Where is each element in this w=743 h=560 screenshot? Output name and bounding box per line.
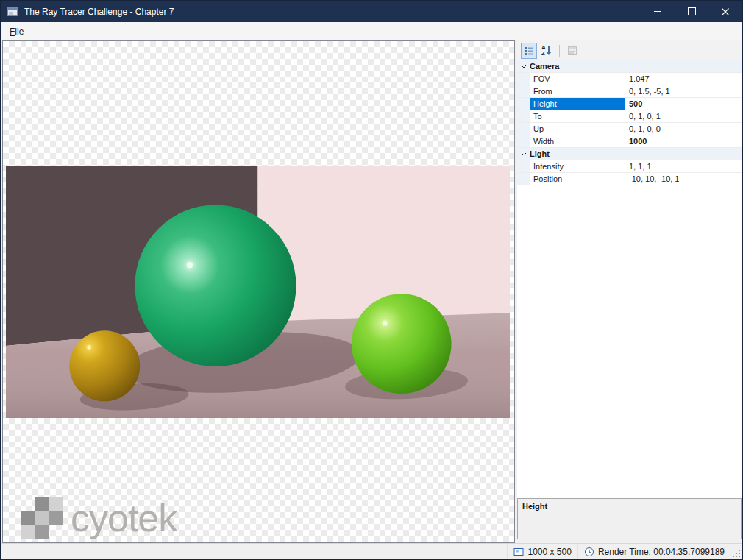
property-row-width[interactable]: Width 1000 — [517, 135, 742, 148]
property-value[interactable]: 1000 — [625, 135, 742, 147]
alphabetical-sort-button[interactable]: A Z — [538, 43, 555, 59]
categorized-icon — [523, 45, 535, 57]
category-gutter — [517, 123, 530, 135]
menu-file[interactable]: File — [4, 24, 29, 40]
alphabetical-sort-icon: A Z — [541, 45, 552, 57]
property-grid-rows: Camera FOV 1.047 From 0, 1.5, -5, 1 Heig… — [517, 60, 742, 498]
category-gutter — [517, 160, 530, 172]
category-gutter — [517, 135, 530, 147]
render-time-status: Render Time: 00:04:35.7099189 — [577, 544, 730, 559]
category-label: Camera — [530, 62, 559, 71]
small-gold-sphere — [69, 330, 140, 401]
cyotek-logo: cyotek — [21, 497, 177, 539]
category-gutter — [517, 85, 530, 97]
category-gutter — [517, 110, 530, 122]
property-value[interactable]: 0, 1, 0, 0 — [625, 123, 742, 135]
property-name[interactable]: Up — [530, 123, 625, 135]
app-icon — [7, 6, 18, 18]
property-value[interactable]: 500 — [625, 98, 742, 110]
property-name[interactable]: FOV — [530, 73, 625, 85]
property-grid: A Z Camera — [517, 40, 742, 543]
property-value[interactable]: 0, 1, 0, 1 — [625, 110, 742, 122]
property-name[interactable]: Width — [530, 135, 625, 147]
property-pages-button — [564, 43, 580, 59]
large-sphere-highlight — [187, 262, 193, 268]
property-value[interactable]: 1.047 — [625, 73, 742, 85]
categorized-view-button[interactable] — [521, 43, 537, 59]
property-row-up[interactable]: Up 0, 1, 0, 0 — [517, 123, 742, 135]
property-value[interactable]: 1, 1, 1 — [625, 160, 742, 172]
property-description-title: Height — [522, 502, 736, 511]
window-title: The Ray Tracer Challenge - Chapter 7 — [24, 7, 174, 17]
chevron-down-icon[interactable] — [517, 65, 530, 68]
property-pages-icon — [566, 45, 578, 57]
medium-green-sphere — [352, 294, 452, 394]
status-bar: 1000 x 500 Render Time: 00:04:35.7099189 — [1, 543, 742, 559]
property-value[interactable]: 0, 1.5, -5, 1 — [625, 85, 742, 97]
category-gutter — [517, 173, 530, 185]
rendered-scene — [6, 166, 510, 418]
maximize-icon — [688, 7, 696, 15]
chevron-down-icon[interactable] — [517, 152, 530, 156]
category-gutter — [517, 98, 530, 110]
category-gutter — [517, 73, 530, 85]
image-size-text: 1000 x 500 — [527, 547, 571, 557]
image-viewer[interactable]: cyotek — [2, 40, 515, 543]
sort-arrow-icon — [546, 46, 551, 55]
property-grid-toolbar: A Z — [517, 40, 742, 60]
medium-sphere-highlight — [383, 321, 387, 325]
property-name[interactable]: Height — [530, 98, 625, 110]
minimize-button[interactable] — [641, 1, 675, 22]
large-green-sphere — [135, 205, 296, 367]
property-row-height[interactable]: Height 500 — [517, 98, 742, 110]
property-name[interactable]: Intensity — [530, 160, 625, 172]
property-description-panel: Height — [517, 498, 742, 539]
maximize-button[interactable] — [675, 1, 708, 22]
property-row-intensity[interactable]: Intensity 1, 1, 1 — [517, 160, 742, 173]
property-row-fov[interactable]: FOV 1.047 — [517, 73, 742, 85]
close-button[interactable] — [708, 1, 742, 22]
category-row-light[interactable]: Light — [517, 148, 742, 160]
property-row-from[interactable]: From 0, 1.5, -5, 1 — [517, 85, 742, 98]
property-name[interactable]: From — [530, 85, 625, 97]
image-size-status: 1000 x 500 — [507, 544, 577, 559]
clock-icon — [584, 547, 594, 557]
scene-svg — [6, 166, 510, 418]
client-area: cyotek A Z — [0, 40, 743, 544]
property-value[interactable]: -10, 10, -10, 1 — [625, 173, 742, 185]
title-bar: The Ray Tracer Challenge - Chapter 7 — [1, 1, 742, 22]
property-name[interactable]: Position — [530, 173, 625, 185]
app-window: The Ray Tracer Challenge - Chapter 7 Fil… — [0, 0, 743, 560]
menu-bar: File — [1, 22, 742, 40]
property-row-to[interactable]: To 0, 1, 0, 1 — [517, 110, 742, 123]
window-controls — [641, 1, 742, 22]
cyotek-logo-mark — [21, 497, 63, 539]
gold-sphere-highlight — [87, 345, 90, 349]
image-size-icon — [513, 547, 524, 556]
render-time-text: Render Time: 00:04:35.7099189 — [598, 547, 725, 557]
property-name[interactable]: To — [530, 110, 625, 122]
toolbar-separator — [559, 45, 560, 57]
minimize-icon — [654, 11, 661, 12]
resize-grip[interactable] — [730, 544, 742, 559]
category-row-camera[interactable]: Camera — [517, 60, 742, 73]
cyotek-logo-text: cyotek — [71, 499, 177, 537]
category-label: Light — [530, 149, 550, 158]
property-row-position[interactable]: Position -10, 10, -10, 1 — [517, 173, 742, 185]
close-icon — [722, 8, 729, 15]
